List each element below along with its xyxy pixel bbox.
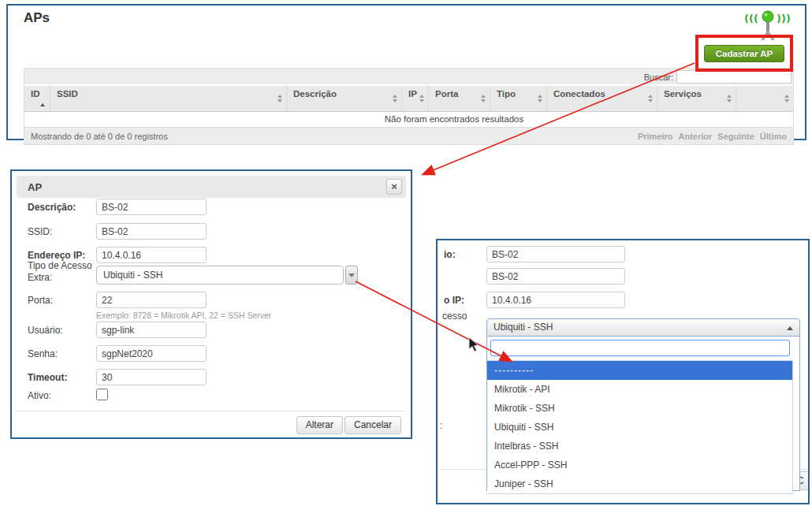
descricao-field[interactable] (486, 246, 625, 262)
ssid-label: SSID: (28, 226, 95, 237)
tipo-acesso-select-open[interactable]: Ubiquiti - SSH (486, 318, 800, 337)
column-header-servicos[interactable]: Serviços (657, 86, 736, 111)
descricao-label: Descrição: (28, 202, 95, 213)
sort-icon (538, 95, 542, 102)
column-header-descricao[interactable]: Descrição (286, 86, 401, 111)
endereco-ip-label-cropped: o IP: (444, 295, 485, 306)
porta-hint: Exemplo: 8728 = Mikrotik API, 22 = SSH S… (96, 311, 271, 320)
tipo-acesso-label-line2: Extra: (28, 272, 95, 283)
modal-header: AP × (17, 176, 406, 198)
sort-icon (727, 95, 732, 102)
ativo-label: Ativo: (28, 390, 95, 401)
column-header-id[interactable]: ID (24, 86, 50, 111)
tipo-acesso-selected-value: Ubiquiti - SSH (494, 322, 553, 333)
column-header-ip[interactable]: IP (401, 86, 428, 111)
select-option-ubiquiti-ssh[interactable]: Ubiquiti - SSH (487, 418, 792, 437)
cadastrar-ap-button[interactable]: Cadastrar AP (704, 45, 784, 62)
empty-results-message: Não foram encontrados resultados (24, 112, 793, 127)
porta-label: Porta: (28, 295, 95, 306)
select-dropdown: ---------- Mikrotik - API Mikrotik - SSH… (486, 337, 800, 491)
timeout-field[interactable] (96, 369, 207, 385)
column-header-conectados[interactable]: Conectados (546, 86, 657, 111)
pagination-previous[interactable]: Anterior (679, 132, 713, 141)
descricao-field[interactable] (96, 199, 207, 215)
field-label-cropped: : (440, 420, 481, 431)
column-header-tipo[interactable]: Tipo (490, 86, 546, 111)
search-label: Buscar: (644, 73, 673, 82)
tipo-acesso-label-line1: Tipo de Acesso (28, 260, 95, 271)
select-option-list: ---------- Mikrotik - API Mikrotik - SSH… (487, 360, 793, 494)
ap-list-panel: APs ((( ))) Cadastrar AP Buscar: ID (6, 4, 806, 140)
table-toolbar: Buscar: (24, 69, 793, 86)
sort-icon (393, 95, 397, 102)
records-status: Mostrando de 0 até 0 de 0 registros (31, 132, 168, 141)
page-title: APs (24, 10, 50, 26)
sort-icon (419, 95, 424, 102)
svg-text:))): ))) (777, 13, 791, 24)
usuario-label: Usuário: (28, 325, 95, 336)
select-option-intelbras-ssh[interactable]: Intelbras - SSH (487, 437, 792, 456)
chevron-up-icon (787, 326, 793, 330)
sort-icon (648, 95, 653, 102)
select-option-juniper-ssh[interactable]: Juniper - SSH (487, 474, 792, 493)
alterar-button[interactable]: Alterar (296, 416, 343, 434)
tipo-acesso-label-cropped: cesso (442, 311, 483, 322)
close-icon[interactable]: × (386, 179, 402, 195)
tipo-acesso-select[interactable]: Ubiquiti - SSH (96, 266, 358, 285)
select-search-input[interactable] (490, 340, 790, 356)
senha-label: Senha: (28, 348, 95, 359)
page: APs ((( ))) Cadastrar AP Buscar: ID (0, 0, 812, 506)
pagination-first[interactable]: Primeiro (638, 132, 673, 141)
ssid-field[interactable] (96, 223, 207, 240)
column-header-actions[interactable] (736, 86, 793, 111)
select-option-mikrotik-ssh[interactable]: Mikrotik - SSH (487, 399, 792, 418)
sort-icon (481, 95, 486, 102)
dropdown-open-panel: io: o IP: cesso Ubiquiti - SSH ---------… (436, 239, 810, 504)
sort-icon (784, 95, 789, 102)
ap-modal-panel: AP × Descrição: SSID: Endereço IP: Tipo … (10, 169, 412, 439)
antenna-icon: ((( ))) (744, 6, 792, 42)
table-footer: Mostrando de 0 até 0 de 0 registros Prim… (24, 127, 793, 144)
ssid-field[interactable] (486, 268, 625, 285)
sort-asc-icon (40, 103, 45, 106)
porta-field[interactable] (96, 292, 207, 308)
pagination-last[interactable]: Último (760, 132, 787, 141)
endereco-ip-field[interactable] (96, 247, 207, 263)
cancelar-button[interactable]: Cancelar (345, 416, 401, 434)
tipo-acesso-selected-value: Ubiquiti - SSH (96, 266, 344, 285)
endereco-ip-field[interactable] (486, 292, 625, 308)
sort-icon (277, 95, 282, 102)
column-header-porta[interactable]: Porta (428, 86, 490, 111)
senha-field[interactable] (96, 345, 207, 362)
search-input[interactable] (676, 70, 792, 84)
svg-text:(((: ((( (744, 13, 758, 24)
descricao-label-cropped: io: (444, 249, 485, 260)
ativo-checkbox[interactable] (96, 389, 108, 400)
select-option-blank[interactable]: ---------- (487, 361, 792, 380)
pagination-next[interactable]: Seguinte (717, 132, 754, 141)
timeout-label: Timeout: (28, 372, 95, 383)
column-header-ssid[interactable]: SSID (50, 86, 286, 111)
select-option-mikrotik-api[interactable]: Mikrotik - API (487, 380, 792, 399)
usuario-field[interactable] (96, 322, 207, 338)
table-header-row: ID SSID Descrição IP Porta (24, 86, 793, 112)
ap-table: Buscar: ID SSID Descrição IP (24, 68, 794, 145)
modal-title: AP (28, 181, 42, 193)
chevron-down-icon (348, 273, 355, 277)
select-option-accel-ppp-ssh[interactable]: Accel-PPP - SSH (487, 456, 792, 474)
footer-divider (17, 411, 406, 411)
select-dropdown-button[interactable] (345, 266, 358, 285)
endereco-ip-label: Endereço IP: (28, 250, 95, 261)
pagination: Primeiro Anterior Seguinte Último (638, 132, 787, 141)
